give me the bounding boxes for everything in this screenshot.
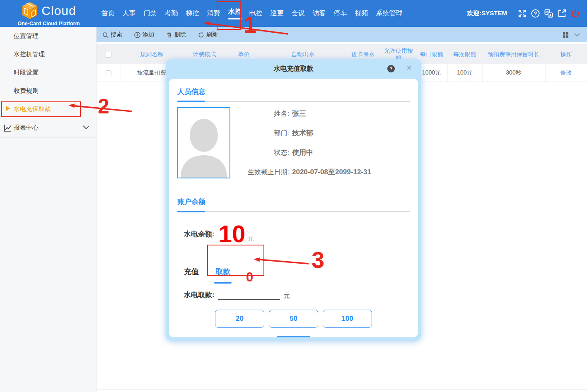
nav-item-personnel[interactable]: 人事 <box>118 9 140 18</box>
select-all-checkbox[interactable] <box>106 52 111 58</box>
welcome-text: 欢迎:SYSTEM <box>467 10 507 17</box>
delete-button[interactable]: 删除 <box>166 31 186 38</box>
chevron-down-icon[interactable] <box>82 125 90 130</box>
annotation-digit-2: 2 <box>98 96 109 117</box>
content-divider <box>97 389 587 390</box>
nav-item-visitor[interactable]: 访客 <box>309 9 330 18</box>
validity-label: 生效截止日期: <box>230 168 289 177</box>
name-value: 张三 <box>292 109 306 118</box>
sidebar-item-charging-rules[interactable]: 收费规则 <box>0 82 96 100</box>
svg-text:?: ? <box>534 11 537 17</box>
add-circle-icon <box>134 32 140 38</box>
col-hold-time: 预扣费停用保留时长 <box>482 44 545 64</box>
balance-label: 水电余额: <box>184 229 215 239</box>
nav-item-attendance[interactable]: 考勤 <box>161 9 182 18</box>
svg-text:A: A <box>549 14 551 17</box>
search-icon <box>102 32 109 38</box>
sidebar-item-time-period-settings[interactable]: 时段设置 <box>0 63 96 82</box>
top-bar: Cloud One-Card Cloud Platform 首页 人事 门禁 考… <box>0 0 587 27</box>
modal-titlebar: 水电充值取款 ? × <box>166 59 421 79</box>
modal-title: 水电充值取款 <box>274 65 314 73</box>
tab-withdraw[interactable]: 取款 <box>215 267 230 277</box>
help-icon[interactable]: ? <box>531 9 540 18</box>
confirm-withdraw-button[interactable]: 确认取款 <box>277 336 310 337</box>
report-chart-icon <box>4 124 12 132</box>
tab-recharge[interactable]: 充值 <box>184 267 199 277</box>
nav-item-elevator[interactable]: 梯控 <box>182 9 203 18</box>
section-divider <box>177 101 410 102</box>
active-caret-icon <box>6 106 10 111</box>
person-info-section-title: 人员信息 <box>177 87 410 96</box>
open-external-icon[interactable] <box>557 9 567 18</box>
person-photo <box>177 107 230 178</box>
row-checkbox[interactable] <box>106 70 111 76</box>
cell-hold-time: 300秒 <box>482 64 545 82</box>
balance-value: 10 <box>219 222 246 246</box>
preset-amount-50-button[interactable]: 50 <box>269 310 318 328</box>
brand-logo: Cloud One-Card Cloud Platform <box>0 0 97 26</box>
language-translate-icon[interactable]: 中 A <box>544 9 553 18</box>
sidebar-item-recharge-withdraw[interactable]: 水电充值取款 <box>0 100 96 118</box>
withdraw-amount-label: 水电取款: <box>184 290 215 300</box>
nav-item-system[interactable]: 系统管理 <box>372 9 406 18</box>
modify-link[interactable]: 修改 <box>560 69 572 76</box>
close-icon[interactable]: × <box>406 63 412 72</box>
collapse-chevron-icon[interactable] <box>574 33 580 37</box>
name-label: 姓名: <box>230 110 289 118</box>
nav-item-parking[interactable]: 停车 <box>330 9 351 18</box>
account-balance-section-title: 账户余额 <box>177 197 410 207</box>
modal-help-icon[interactable]: ? <box>387 65 395 72</box>
modal-body: 人员信息 姓名: 张三 部门: 技术部 状态: <box>169 79 418 337</box>
search-button[interactable]: 搜索 <box>102 31 122 38</box>
nav-item-video[interactable]: 视频 <box>351 9 372 18</box>
withdraw-amount-input[interactable] <box>218 291 280 300</box>
nav-item-electric[interactable]: 电控 <box>245 9 266 18</box>
refresh-icon <box>198 32 204 38</box>
col-per-limit: 每次限额 <box>447 44 482 64</box>
sidebar-item-location-management[interactable]: 位置管理 <box>0 27 96 45</box>
main-nav: 首页 人事 门禁 考勤 梯控 消费 水控 电控 巡更 会议 访客 停车 视频 系… <box>97 0 406 27</box>
col-action: 操作 <box>545 44 587 64</box>
column-settings-grid-icon[interactable] <box>563 32 569 38</box>
sidebar: 位置管理 水控机管理 时段设置 收费规则 水电充值取款 报表中心 <box>0 27 97 392</box>
nav-item-water-control[interactable]: 水控 <box>224 7 245 19</box>
one-card-cube-icon <box>21 2 39 20</box>
power-logout-icon[interactable] <box>570 9 580 18</box>
section-divider <box>177 211 410 212</box>
brand-subtitle: One-Card Cloud Platform <box>17 21 80 26</box>
status-value: 使用中 <box>292 148 313 157</box>
status-label: 状态: <box>230 149 289 157</box>
nav-item-home[interactable]: 首页 <box>97 9 118 18</box>
nav-item-patrol[interactable]: 巡更 <box>266 9 287 18</box>
fullscreen-icon[interactable] <box>517 9 527 18</box>
topbar-right: 欢迎:SYSTEM ? 中 A <box>467 9 587 18</box>
avatar-silhouette-icon <box>178 111 229 178</box>
withdraw-unit: 元 <box>284 292 290 300</box>
nav-item-meeting[interactable]: 会议 <box>287 9 309 18</box>
department-label: 部门: <box>230 129 289 138</box>
trash-icon <box>166 32 172 38</box>
add-button[interactable]: 添加 <box>134 31 154 38</box>
validity-value: 2020-07-08至2099-12-31 <box>292 167 371 177</box>
table-toolbar: 搜索 添加 删除 刷新 <box>97 27 587 42</box>
brand-name: Cloud <box>41 4 76 18</box>
cell-per-limit: 100元 <box>447 64 482 82</box>
preset-amount-100-button[interactable]: 100 <box>323 310 372 328</box>
nav-item-access[interactable]: 门禁 <box>140 9 161 18</box>
recharge-withdraw-tabs: 充值 取款 <box>177 267 410 283</box>
department-value: 技术部 <box>292 128 313 138</box>
sidebar-item-water-machine-management[interactable]: 水控机管理 <box>0 45 96 63</box>
nav-item-consume[interactable]: 消费 <box>203 9 224 18</box>
balance-unit: 元 <box>248 235 254 243</box>
recharge-withdraw-modal: 水电充值取款 ? × 人员信息 姓名: 张三 部门: 技术部 <box>166 59 421 341</box>
preset-amount-20-button[interactable]: 20 <box>215 310 264 328</box>
sidebar-item-report-center[interactable]: 报表中心 <box>0 118 96 138</box>
refresh-button[interactable]: 刷新 <box>198 31 218 38</box>
